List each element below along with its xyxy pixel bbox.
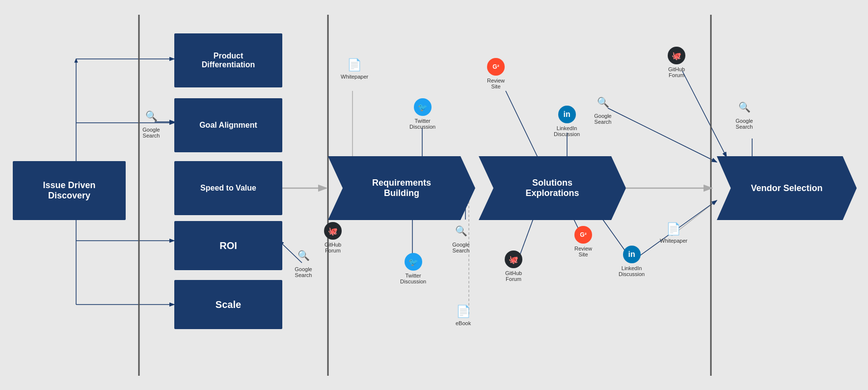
goal-alignment-box: Goal Alignment <box>174 98 282 152</box>
linkedin-icon-top: in <box>558 106 576 123</box>
google-search-upper-right: 🔍 GoogleSearch <box>594 93 612 125</box>
doc-icon-ebook: 📄 <box>456 305 471 318</box>
svg-line-22 <box>608 108 717 162</box>
whitepaper-top: 📄 Whitepaper <box>341 58 368 80</box>
twitter-discussion-top: 🐦 TwitterDiscussion <box>409 98 435 130</box>
search-icon-roi: 🔍 <box>295 247 312 264</box>
twitter-icon-top: 🐦 <box>414 98 432 116</box>
google-search-bottom-center: 🔍 GoogleSearch <box>452 222 470 253</box>
solutions-box: SolutionsExplorations <box>479 156 626 220</box>
google-search-roi: 🔍 GoogleSearch <box>295 247 312 278</box>
linkedin-discussion-top: in LinkedInDiscussion <box>554 106 580 137</box>
search-icon-upper-right: 🔍 <box>594 93 612 111</box>
linkedin-icon-bottom: in <box>623 246 641 263</box>
github-forum-top-right: 🐙 GitHubForum <box>668 47 685 78</box>
product-diff-box: ProductDifferentiation <box>174 33 282 87</box>
arrow-req-sol <box>470 174 480 202</box>
github-icon-bottom-center: 🐙 <box>505 251 522 268</box>
github-forum-bottom-left: 🐙 GitHubForum <box>324 222 342 253</box>
google-search-far-right: 🔍 GoogleSearch <box>735 98 753 130</box>
g2-icon-bottom: G² <box>574 226 592 244</box>
diagram: Issue DrivenDiscovery ProductDifferentia… <box>0 0 868 390</box>
linkedin-discussion-bottom: in LinkedInDiscussion <box>619 246 645 277</box>
issue-driven-box: Issue DrivenDiscovery <box>13 161 126 220</box>
twitter-icon-bottom: 🐦 <box>405 253 422 271</box>
search-icon-far-right: 🔍 <box>735 98 753 116</box>
search-icon-bottom-center: 🔍 <box>452 222 470 240</box>
google-search-goal: 🔍 GoogleSearch <box>142 107 160 139</box>
github-icon-top: 🐙 <box>668 47 685 64</box>
review-site-bottom: G² ReviewSite <box>574 226 592 257</box>
twitter-discussion-bottom: 🐦 TwitterDiscussion <box>400 253 426 284</box>
speed-to-value-box: Speed to Value <box>174 161 282 215</box>
svg-line-15 <box>506 91 540 162</box>
vendor-box: Vendor Selection <box>717 156 857 220</box>
doc-icon-whitepaper: 📄 <box>347 58 362 72</box>
scale-box: Scale <box>174 280 282 329</box>
github-forum-bottom-center: 🐙 GitHubForum <box>505 251 522 282</box>
arrow-sol-vendor <box>626 174 717 202</box>
review-site-top: G² ReviewSite <box>487 58 505 89</box>
svg-line-21 <box>682 71 727 157</box>
g2-icon-review: G² <box>487 58 505 76</box>
doc-icon-whitepaper-bottom: 📄 <box>666 222 681 236</box>
search-icon-goal: 🔍 <box>142 107 160 125</box>
github-icon-bottom-left: 🐙 <box>324 222 342 240</box>
ebook-bottom: 📄 eBook <box>456 305 471 326</box>
roi-box: ROI <box>174 221 282 270</box>
requirements-box: RequirementsBuilding <box>328 156 475 220</box>
arrow-connector-1 <box>282 169 331 207</box>
whitepaper-bottom: 📄 Whitepaper <box>660 222 687 244</box>
